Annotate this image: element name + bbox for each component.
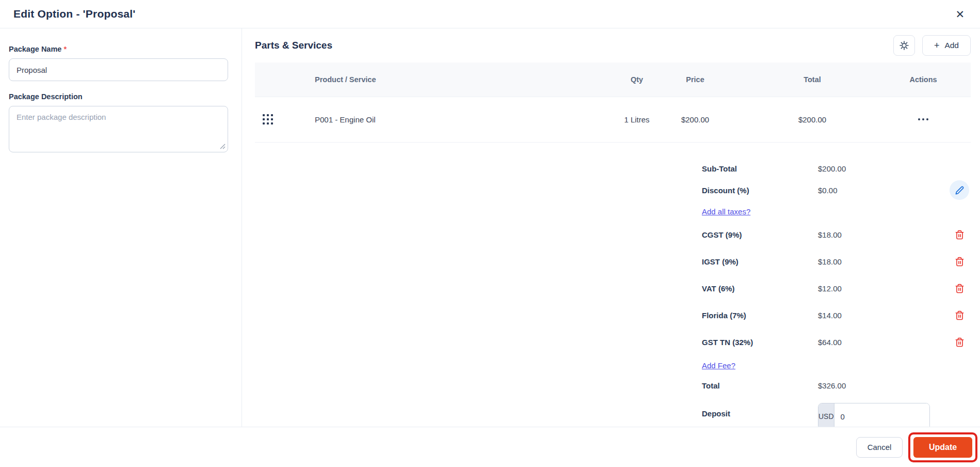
tax-label: VAT (6%) (702, 284, 818, 293)
subtotal-row: Sub-Total $200.00 (702, 158, 971, 179)
trash-icon (955, 257, 965, 267)
subtotal-label: Sub-Total (702, 164, 818, 173)
tax-row: VAT (6%) $12.00 (702, 275, 971, 302)
update-button[interactable]: Update (913, 437, 972, 458)
add-all-taxes-row: Add all taxes? (702, 201, 971, 221)
total-row: Total $326.00 (702, 375, 971, 396)
deposit-row: Deposit USD (702, 396, 971, 427)
parts-services-header: Parts & Services (255, 28, 971, 63)
total-cell: $200.00 (722, 115, 902, 124)
table-header-qty: Qty (606, 75, 668, 84)
delete-tax-button[interactable] (954, 256, 966, 268)
delete-tax-button[interactable] (954, 309, 966, 321)
delete-tax-button[interactable] (954, 229, 966, 241)
update-highlight-annotation: Update (908, 432, 977, 462)
package-description-label: Package Description (9, 92, 228, 101)
deposit-currency-prefix: USD (818, 403, 834, 427)
add-fee-link[interactable]: Add Fee? (702, 361, 818, 370)
tax-row: GST TN (32%) $64.00 (702, 329, 971, 355)
modal-body: Package Name* Package Description Parts … (0, 28, 980, 427)
add-all-taxes-link[interactable]: Add all taxes? (702, 207, 818, 216)
table-header-product: Product / Service (281, 75, 606, 84)
tax-label: IGST (9%) (702, 257, 818, 266)
edit-discount-button[interactable] (950, 180, 969, 200)
trash-icon (955, 337, 965, 347)
tax-label: GST TN (32%) (702, 338, 818, 347)
close-button[interactable]: ✕ (953, 7, 967, 22)
product-cell: P001 - Engine Oil (281, 115, 606, 124)
ellipsis-icon (918, 118, 920, 120)
package-description-textarea[interactable] (9, 106, 228, 152)
tax-value: $18.00 (818, 257, 948, 266)
trash-icon (955, 310, 965, 320)
tax-label: CGST (9%) (702, 230, 818, 239)
pencil-icon (955, 186, 964, 195)
totals-summary: Sub-Total $200.00 Discount (%) $0.00 (702, 158, 971, 427)
price-cell: $200.00 (668, 115, 722, 124)
drag-handle-icon[interactable] (260, 112, 276, 127)
package-description-wrap (9, 106, 228, 152)
trash-icon (955, 230, 965, 240)
discount-row: Discount (%) $0.00 (702, 179, 971, 201)
gear-icon (899, 40, 909, 51)
table-header-actions: Actions (902, 75, 944, 84)
plus-icon: + (934, 41, 940, 50)
deposit-input-group: USD (818, 403, 930, 427)
discount-value: $0.00 (818, 186, 948, 195)
subtotal-value: $200.00 (818, 164, 948, 173)
add-button-label: Add (944, 41, 959, 50)
discount-label: Discount (%) (702, 186, 818, 195)
tax-row: CGST (9%) $18.00 (702, 221, 971, 248)
delete-tax-button[interactable] (954, 283, 966, 294)
package-form-panel: Package Name* Package Description (0, 28, 242, 427)
table-header-row: Product / Service Qty Price Total Action… (255, 63, 971, 97)
modal-footer: Cancel Update (0, 427, 980, 467)
parts-services-title: Parts & Services (255, 40, 332, 51)
tax-row: IGST (9%) $18.00 (702, 248, 971, 275)
modal-header: Edit Option - 'Proposal' ✕ (0, 0, 980, 28)
total-value: $326.00 (818, 381, 948, 390)
total-label: Total (702, 381, 818, 390)
edit-option-modal: Edit Option - 'Proposal' ✕ Package Name*… (0, 0, 980, 467)
qty-cell: 1 Litres (606, 115, 668, 124)
deposit-label: Deposit (702, 403, 818, 418)
cancel-button[interactable]: Cancel (856, 437, 903, 458)
tax-label: Florida (7%) (702, 311, 818, 320)
tax-value: $14.00 (818, 311, 948, 320)
table-header-total: Total (722, 75, 902, 84)
delete-tax-button[interactable] (954, 336, 966, 348)
close-icon: ✕ (955, 8, 965, 20)
table-header-price: Price (668, 75, 722, 84)
parts-services-panel: Parts & Services (242, 28, 980, 427)
package-name-input[interactable] (9, 58, 228, 81)
trash-icon (955, 284, 965, 293)
package-name-label: Package Name* (9, 45, 228, 53)
tax-value: $64.00 (818, 338, 948, 347)
tax-value: $18.00 (818, 230, 948, 239)
settings-button[interactable] (893, 35, 915, 56)
row-actions-button[interactable] (915, 115, 931, 123)
deposit-input[interactable] (834, 403, 930, 427)
tax-row: Florida (7%) $14.00 (702, 302, 971, 329)
add-button[interactable]: + Add (922, 35, 971, 56)
modal-title: Edit Option - 'Proposal' (13, 8, 135, 20)
add-fee-row: Add Fee? (702, 355, 971, 375)
table-row: P001 - Engine Oil 1 Litres $200.00 $200.… (255, 97, 971, 143)
parts-services-actions: + Add (893, 35, 971, 56)
required-asterisk: * (63, 45, 67, 53)
tax-value: $12.00 (818, 284, 948, 293)
